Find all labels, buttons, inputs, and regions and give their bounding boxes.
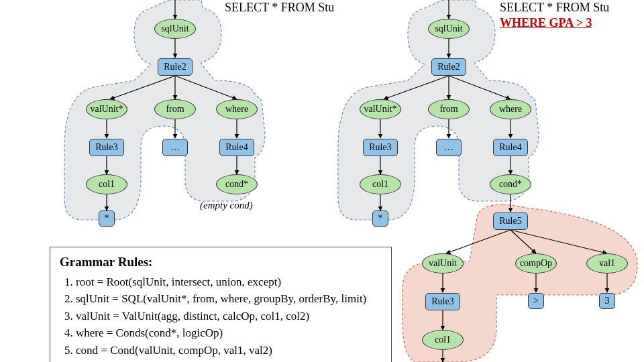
- grammar-rule-2: sqlUnit = SQL(valUnit*, from, where, gro…: [76, 290, 382, 308]
- left-node-star: *: [99, 210, 115, 227]
- right-node-gt: >: [528, 293, 544, 309]
- right-node-valunitstar: valUnit*: [360, 99, 401, 119]
- left-node-rule3: Rule3: [89, 139, 124, 156]
- grammar-rule-1: root = Root(sqlUnit, intersect, union, e…: [76, 274, 382, 291]
- grammar-rule-6: ……: [76, 359, 382, 362]
- left-node-from: from: [154, 99, 196, 119]
- grammar-rule-3: valUnit = ValUnit(agg, distinct, calcOp,…: [76, 308, 382, 325]
- right-node-valunit: valUnit: [422, 253, 464, 274]
- right-node-sqlunit: sqlUnit: [428, 19, 470, 39]
- grammar-title: Grammar Rules:: [60, 253, 382, 272]
- right-node-rule5: Rule5: [493, 213, 528, 230]
- right-node-compop: compOp: [515, 253, 557, 274]
- right-node-where: where: [490, 99, 531, 119]
- left-node-sqlunit: sqlUnit: [154, 19, 196, 39]
- grammar-rules-box: Grammar Rules: root = Root(sqlUnit, inte…: [50, 247, 392, 362]
- grammar-rule-4: where = Conds(cond*, logicOp): [76, 324, 382, 342]
- left-node-rule4: Rule4: [219, 139, 254, 156]
- right-node-rule4: Rule4: [493, 139, 528, 156]
- left-node-where: where: [216, 99, 258, 119]
- right-query-text: SELECT * FROM Stu WHERE GPA > 3: [500, 0, 609, 32]
- left-node-valunitstar: valUnit*: [86, 99, 127, 119]
- left-node-col1: col1: [86, 174, 127, 194]
- right-query-line1: SELECT * FROM Stu: [500, 1, 609, 14]
- right-query-line2: WHERE GPA > 3: [500, 16, 592, 29]
- right-node-rule3: Rule3: [363, 139, 398, 156]
- left-node-condstar: cond*: [216, 174, 258, 194]
- grammar-rule-5: cond = Cond(valUnit, compOp, val1, val2): [76, 342, 382, 359]
- grammar-list: root = Root(sqlUnit, intersect, union, e…: [60, 274, 382, 363]
- right-node-star: *: [372, 210, 388, 227]
- right-node-from: from: [428, 99, 470, 119]
- right-node-three: 3: [599, 293, 615, 309]
- left-query-text: SELECT * FROM Stu: [225, 0, 334, 15]
- left-empty-cond-annotation: (empty cond): [200, 200, 253, 211]
- right-node-col1b: col1: [422, 330, 464, 350]
- right-node-val1: val1: [586, 253, 628, 274]
- right-node-rule2: Rule2: [431, 58, 466, 76]
- left-node-rule2: Rule2: [158, 58, 193, 76]
- left-query-line1: SELECT * FROM Stu: [225, 1, 334, 14]
- right-node-dots: …: [436, 139, 462, 156]
- right-node-col1: col1: [360, 174, 401, 194]
- left-node-dots: …: [162, 139, 188, 156]
- right-node-condstar: cond*: [490, 174, 531, 194]
- right-node-rule3b: Rule3: [425, 293, 460, 310]
- nodes-layer: SELECT * FROM Stu SELECT * FROM Stu WHER…: [0, 0, 644, 362]
